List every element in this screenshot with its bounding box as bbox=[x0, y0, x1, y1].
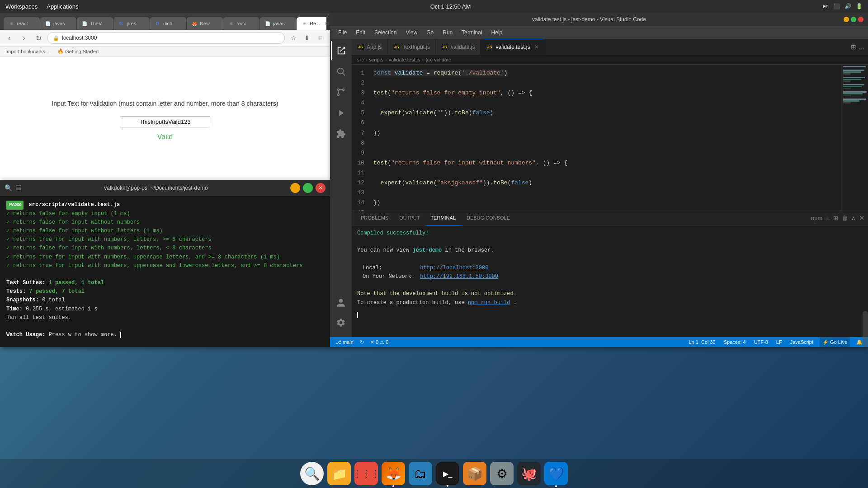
breadcrumb-scripts[interactable]: scripts bbox=[369, 57, 383, 62]
panel-split-terminal[interactable]: ⊞ bbox=[833, 215, 838, 221]
editor-tab-validatejs[interactable]: JS validate.js bbox=[436, 39, 481, 55]
build-line: To create a production build, use npm ru… bbox=[357, 299, 863, 307]
tab-icon-validatetestjs: JS bbox=[486, 44, 493, 50]
dock-item-github[interactable]: 🐙 bbox=[517, 462, 541, 485]
vscode-close-button[interactable] bbox=[858, 17, 863, 22]
topbar-applications[interactable]: Applications bbox=[47, 3, 78, 10]
nav-back-button[interactable]: ‹ bbox=[4, 32, 15, 44]
editor-tab-validatetestjs[interactable]: JS validate.test.js ✕ bbox=[481, 39, 546, 55]
code-editor[interactable]: 1 2 3 4 5 6 7 8 9 10 11 12 13 14 bbox=[352, 65, 868, 211]
browser-tab-react2[interactable]: ⚛ reac bbox=[223, 17, 259, 30]
tab-label-javas2: javas bbox=[273, 21, 285, 26]
browser-tab-javas1[interactable]: 📄 javas bbox=[40, 17, 76, 30]
activity-search[interactable] bbox=[331, 61, 351, 81]
stat-ran-all: Ran all test suites. bbox=[6, 314, 324, 322]
dock-item-apps[interactable]: ⋮⋮⋮ bbox=[354, 462, 378, 485]
activity-run-debug[interactable] bbox=[331, 103, 351, 123]
browser-toolbar: ‹ › ↻ 🔒 localhost:3000 ☆ ⬇ ≡ bbox=[0, 30, 330, 47]
panel-tab-problems[interactable]: PROBLEMS bbox=[355, 211, 394, 225]
vscode-maximize-button[interactable] bbox=[851, 17, 856, 22]
dock-item-files[interactable]: 📁 bbox=[327, 462, 351, 485]
bookmark-button[interactable]: ☆ bbox=[288, 32, 299, 44]
breadcrumb-src[interactable]: src bbox=[357, 57, 364, 62]
build-cmd[interactable]: npm run build bbox=[468, 300, 510, 306]
menu-file[interactable]: File bbox=[335, 28, 350, 37]
browser-tab-new[interactable]: 🦊 New bbox=[187, 17, 223, 30]
terminal-menu-icon[interactable]: ☰ bbox=[16, 184, 22, 192]
network-url[interactable]: http://192.168.1.50:3000 bbox=[420, 273, 498, 280]
tab-close-validatetestjs[interactable]: ✕ bbox=[533, 43, 540, 51]
status-spaces[interactable]: Spaces: 4 bbox=[722, 339, 748, 345]
tab-close-active[interactable]: ✕ bbox=[324, 21, 326, 27]
more-actions-icon[interactable]: … bbox=[858, 43, 864, 51]
terminal-search-icon[interactable]: 🔍 bbox=[5, 184, 12, 192]
bookmark-getting-started[interactable]: 🔥 Getting Started bbox=[56, 48, 100, 55]
status-errors[interactable]: ✕ 0 ⚠ 0 bbox=[368, 339, 390, 345]
status-sync[interactable]: ↻ bbox=[358, 339, 366, 345]
menu-run[interactable]: Run bbox=[439, 28, 456, 37]
download-button[interactable]: ⬇ bbox=[301, 32, 313, 44]
status-line-ending[interactable]: LF bbox=[774, 339, 784, 345]
go-live-button[interactable]: ⚡ Go Live bbox=[820, 337, 850, 347]
code-content[interactable]: const validate = require('./validate') t… bbox=[370, 65, 868, 211]
activity-account[interactable] bbox=[331, 293, 351, 313]
panel-add-terminal[interactable]: + bbox=[826, 215, 830, 221]
menu-view[interactable]: View bbox=[402, 28, 421, 37]
status-language[interactable]: JavaScript bbox=[788, 339, 815, 345]
dock-item-filemanager[interactable]: 🗂 bbox=[409, 462, 432, 485]
toolbar-actions: ☆ ⬇ ≡ bbox=[288, 32, 326, 44]
dock-item-settings[interactable]: ⚙ bbox=[490, 462, 514, 485]
desktop: Workspaces Applications Oct 1 12:50 AM e… bbox=[0, 0, 868, 488]
validation-input[interactable] bbox=[120, 116, 210, 127]
split-editor-icon[interactable]: ⊞ bbox=[851, 43, 856, 51]
panel-scrollbar[interactable] bbox=[863, 311, 868, 337]
browser-tab-active[interactable]: ⚛ Re... ✕ bbox=[297, 17, 326, 30]
panel-tab-terminal[interactable]: TERMINAL bbox=[425, 211, 461, 225]
browser-tab-javas2[interactable]: 📄 javas bbox=[260, 17, 296, 30]
local-url[interactable]: http://localhost:3000 bbox=[420, 265, 488, 271]
dock-item-vscode[interactable]: 💙 bbox=[544, 462, 568, 485]
browser-tab-dich[interactable]: G dich bbox=[150, 17, 186, 30]
panel-tab-debug-console[interactable]: DEBUG CONSOLE bbox=[461, 211, 515, 225]
dock-item-terminal[interactable]: ▶_ bbox=[436, 462, 459, 485]
activity-extensions[interactable] bbox=[331, 124, 351, 144]
editor-tab-appjs[interactable]: JS App.js bbox=[352, 39, 387, 55]
terminal-minimize-button[interactable] bbox=[290, 183, 300, 193]
menu-edit[interactable]: Edit bbox=[352, 28, 369, 37]
topbar-lang[interactable]: en bbox=[823, 3, 829, 9]
menu-selection[interactable]: Selection bbox=[371, 28, 400, 37]
dock-item-stacer[interactable]: 📦 bbox=[463, 462, 486, 485]
topbar-workspaces[interactable]: Workspaces bbox=[5, 3, 38, 10]
menu-help[interactable]: Help bbox=[488, 28, 506, 37]
activity-explorer[interactable] bbox=[331, 41, 351, 61]
address-bar[interactable]: 🔒 localhost:3000 bbox=[47, 32, 285, 44]
menu-terminal[interactable]: Terminal bbox=[458, 28, 486, 37]
menu-button[interactable]: ≡ bbox=[315, 32, 326, 44]
nav-reload-button[interactable]: ↻ bbox=[33, 32, 44, 44]
status-encoding[interactable]: UTF-8 bbox=[752, 339, 770, 345]
panel-collapse[interactable]: ∧ bbox=[851, 215, 856, 221]
breadcrumb-file[interactable]: validate.test.js bbox=[389, 57, 420, 62]
terminal-close-button[interactable]: ✕ bbox=[316, 183, 326, 193]
menu-go[interactable]: Go bbox=[423, 28, 437, 37]
dock-item-search[interactable]: 🔍 bbox=[300, 462, 324, 485]
status-position[interactable]: Ln 1, Col 39 bbox=[687, 339, 717, 345]
panel-trash[interactable]: 🗑 bbox=[842, 215, 848, 221]
editor-tab-textinputjs[interactable]: JS TextInput.js bbox=[387, 39, 436, 55]
panel-tab-output[interactable]: OUTPUT bbox=[394, 211, 425, 225]
activity-settings[interactable] bbox=[331, 313, 351, 333]
bookmark-import[interactable]: Import bookmarks... bbox=[4, 48, 51, 55]
panel-close[interactable]: ✕ bbox=[859, 215, 864, 221]
tab-label-javas1: javas bbox=[53, 21, 65, 26]
browser-tab-pres[interactable]: G pres bbox=[113, 17, 150, 30]
browser-content: Input Text for validation (must contain … bbox=[0, 56, 330, 184]
vscode-minimize-button[interactable] bbox=[844, 17, 849, 22]
breadcrumb-symbol[interactable]: {ω} validate bbox=[425, 57, 451, 62]
status-branch[interactable]: ⎇ main bbox=[334, 339, 355, 345]
browser-tab-react1[interactable]: ⚛ react bbox=[4, 17, 40, 30]
browser-tab-thev[interactable]: 📄 TheV bbox=[77, 17, 113, 30]
terminal-maximize-button[interactable] bbox=[303, 183, 313, 193]
nav-forward-button[interactable]: › bbox=[18, 32, 30, 44]
activity-source-control[interactable] bbox=[331, 82, 351, 102]
dock-item-firefox[interactable]: 🦊 bbox=[382, 462, 405, 485]
